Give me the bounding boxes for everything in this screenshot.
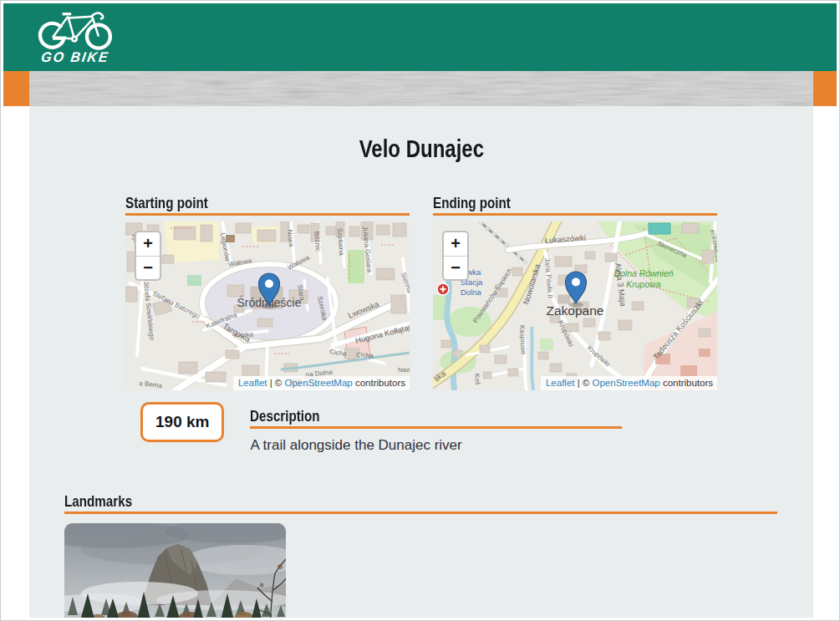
bike-logo-icon bbox=[33, 8, 117, 52]
zoom-in-button[interactable]: + bbox=[444, 232, 467, 256]
attribution-contributors: contributors bbox=[660, 378, 713, 388]
browser-frame: GO BIKE Velo Dunajec bbox=[0, 0, 840, 621]
maps-row: Starting point bbox=[125, 194, 813, 390]
svg-text:Dolna: Dolna bbox=[461, 288, 482, 297]
hospital-icon bbox=[437, 283, 449, 295]
attribution-separator: | © bbox=[574, 378, 592, 388]
landmark-image bbox=[64, 523, 286, 618]
site-header: GO BIKE bbox=[3, 3, 837, 71]
street-label: Nadbr bbox=[398, 366, 410, 374]
street-label: Koś bbox=[473, 373, 481, 385]
page-title: Velo Dunajec bbox=[29, 134, 813, 163]
distance-badge: 190 km bbox=[140, 402, 224, 442]
banner-image bbox=[29, 71, 813, 106]
zoom-control: + − bbox=[442, 231, 469, 281]
logo-text: GO BIKE bbox=[33, 50, 119, 66]
attribution-contributors: contributors bbox=[353, 378, 405, 388]
start-map-tiles: ejki Wałowa Wałowa Legionów Nowa Bóżnic … bbox=[125, 221, 410, 390]
end-map-tiles: łówka Stacja Dolna Dolna Równień Krupowa bbox=[433, 221, 717, 390]
map-attribution: Leaflet | © OpenStreetMap contributors bbox=[233, 376, 410, 390]
content: Velo Dunajec Starting point bbox=[29, 106, 813, 618]
landmarks-heading: Landmarks bbox=[64, 492, 777, 514]
description-section: Description A trail alongside the Dunaje… bbox=[250, 407, 622, 454]
starting-point-section: Starting point bbox=[125, 194, 410, 390]
street-label: Cicha bbox=[356, 351, 374, 359]
end-map[interactable]: łówka Stacja Dolna Dolna Równień Krupowa bbox=[433, 221, 717, 390]
svg-text:Krupowa: Krupowa bbox=[626, 279, 661, 289]
distance-value: 190 km bbox=[155, 413, 209, 430]
openstreetmap-link[interactable]: OpenStreetMap bbox=[285, 378, 353, 388]
starting-point-heading: Starting point bbox=[125, 194, 410, 216]
zoom-out-button[interactable]: − bbox=[444, 256, 467, 279]
detail-row: 190 km Description A trail alongside the… bbox=[140, 402, 813, 454]
logo[interactable]: GO BIKE bbox=[33, 8, 117, 65]
leaflet-link[interactable]: Leaflet bbox=[546, 378, 575, 388]
zoom-in-button[interactable]: + bbox=[136, 232, 160, 256]
landmarks-section: Landmarks bbox=[64, 492, 777, 618]
description-heading: Description bbox=[250, 407, 622, 429]
zoom-out-button[interactable]: − bbox=[136, 256, 160, 279]
leaflet-link[interactable]: Leaflet bbox=[238, 378, 267, 388]
ending-point-section: Ending point bbox=[433, 194, 717, 390]
banner-strip bbox=[3, 71, 837, 106]
zoom-control: + − bbox=[135, 231, 161, 281]
attribution-separator: | © bbox=[267, 378, 284, 388]
ending-point-heading: Ending point bbox=[433, 194, 717, 216]
description-text: A trail alongside the Dunajec river bbox=[250, 437, 622, 454]
openstreetmap-link[interactable]: OpenStreetMap bbox=[593, 378, 660, 388]
street-label: Kasprusie bbox=[518, 325, 527, 356]
map-attribution: Leaflet | © OpenStreetMap contributors bbox=[541, 376, 717, 390]
start-map[interactable]: ejki Wałowa Wałowa Legionów Nowa Bóżnic … bbox=[125, 221, 410, 390]
